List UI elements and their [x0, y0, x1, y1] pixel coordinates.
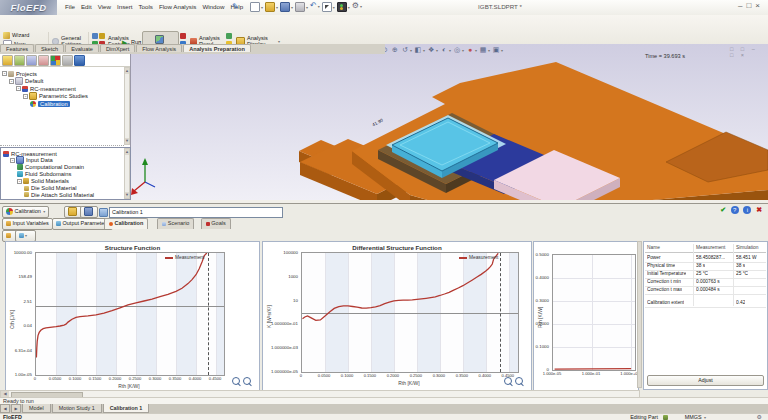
tree-item-label: Calibration: [38, 101, 70, 107]
zoom-area-icon[interactable]: ⊕: [391, 45, 399, 54]
analysis-tree-scrollbar[interactable]: ▲ ▼: [124, 148, 130, 199]
x-tick-label: 0.2000: [105, 376, 125, 381]
apply-scene-icon[interactable]: ▦▾: [479, 45, 490, 54]
tree-item-calibration[interactable]: Calibration: [2, 100, 70, 107]
tab-sketch[interactable]: Sketch: [35, 44, 64, 52]
scroll-up-icon[interactable]: ▲: [125, 149, 129, 155]
tab-features[interactable]: Features: [0, 44, 34, 52]
wizard-button[interactable]: Wizard: [3, 32, 29, 39]
restore-icon[interactable]: □: [746, 1, 755, 10]
options-icon[interactable]: ⚙▾: [352, 2, 362, 10]
input-variables-button[interactable]: Input Variables: [2, 218, 53, 230]
tree-item-die-attach-solid-material[interactable]: Die Attach Solid Material: [3, 191, 94, 198]
panel-tab-propertymanager[interactable]: [14, 55, 25, 66]
undo-icon[interactable]: ↶▾: [310, 2, 320, 10]
table-cell: Calibration extent: [647, 300, 684, 305]
zoom-out-icon[interactable]: [232, 377, 240, 385]
print-icon[interactable]: ▾: [295, 2, 308, 12]
adjust-button[interactable]: Adjust: [647, 375, 764, 386]
expand-toggle[interactable]: -: [2, 71, 7, 76]
status-bar: FloEFD Editing Part MMGS ▾ ⚙: [0, 413, 768, 420]
panel-tab-floefd[interactable]: [74, 55, 85, 66]
table-cell: Initial Temperature: [647, 271, 686, 276]
x-tick-label: 1.000e-05: [542, 371, 562, 376]
floefd-logo: FloEFD: [0, 0, 57, 15]
expand-toggle[interactable]: -: [9, 79, 14, 84]
tab-dimxpert[interactable]: DimXpert: [100, 44, 135, 52]
tree-item-projects[interactable]: -Projects: [2, 70, 37, 77]
chart-structure-function: Structure Function10000.00158.492.510.04…: [5, 241, 260, 391]
orientation-triad: [131, 158, 155, 195]
new-icon[interactable]: ▾: [250, 2, 263, 12]
expand-toggle[interactable]: -: [23, 94, 28, 99]
menu-window[interactable]: Window: [202, 3, 224, 10]
document-window-controls[interactable]: □ □ – □ ×: [730, 46, 768, 58]
accept-icon[interactable]: ✔: [720, 206, 726, 213]
section-view-icon[interactable]: ◧▾: [414, 45, 425, 54]
table-scrollbar[interactable]: [637, 241, 642, 388]
menu-insert[interactable]: Insert: [117, 3, 132, 10]
options-gear-icon[interactable]: ⚙: [757, 414, 762, 420]
doc-tab-calibration-1[interactable]: Calibration 1: [103, 404, 150, 413]
expand-toggle[interactable]: -: [17, 179, 22, 184]
save-scenario-button[interactable]: [80, 206, 98, 218]
edit-appearance-icon[interactable]: ●▾: [466, 45, 477, 54]
view-orientation-icon[interactable]: ❖▾: [427, 45, 438, 54]
table-cell: 38 s: [696, 263, 705, 268]
folder-icon: [29, 92, 37, 100]
doc-tab-motion-study-1[interactable]: Motion Study 1: [52, 404, 102, 413]
tree-item-default[interactable]: -Default: [2, 78, 43, 85]
x-axis-label: Rth [K/W]: [104, 383, 154, 389]
expand-toggle[interactable]: -: [16, 86, 21, 91]
tab-analysis-preparation[interactable]: Analysis Preparation: [183, 44, 251, 52]
cancel-icon[interactable]: ✖: [756, 206, 762, 213]
info-icon[interactable]: i: [743, 206, 751, 214]
graphics-viewport[interactable]: ⊙⊕↺▾◧▾❖▾◐▾◎▾●▾▦▾▣▾ Time = 39.693 s □ □ –…: [130, 44, 768, 200]
previous-view-icon[interactable]: ↺▾: [401, 45, 412, 54]
close-icon[interactable]: ×: [755, 1, 764, 10]
menu-view[interactable]: View: [98, 3, 111, 10]
rebuild-icon[interactable]: ▾: [337, 2, 350, 12]
help-icon[interactable]: ?: [731, 206, 739, 214]
project-tree-scrollbar[interactable]: ▲ ▼: [124, 67, 130, 145]
x-tick-label: 0.2500: [406, 373, 426, 378]
open-icon[interactable]: ▾: [265, 2, 278, 12]
tab-evaluate[interactable]: Evaluate: [65, 44, 99, 52]
expand-toggle[interactable]: -: [10, 158, 15, 163]
tab-calibration[interactable]: Calibration: [104, 218, 148, 229]
scroll-down-icon[interactable]: ▼: [125, 192, 129, 198]
3d-model[interactable]: [130, 44, 768, 200]
tree-item-parametric-studies[interactable]: -Parametric Studies: [2, 93, 88, 100]
calibration-menu-button[interactable]: Calibration ▾: [2, 206, 49, 218]
units-selector[interactable]: MMGS ▾: [685, 414, 706, 420]
tree-item-rc-measurement[interactable]: -RC-measurement: [2, 85, 76, 92]
zoom-in-icon[interactable]: [243, 377, 251, 385]
scroll-down-icon[interactable]: ▼: [125, 138, 129, 144]
scenario-name-input[interactable]: Calibration 1: [109, 207, 283, 218]
scroll-up-icon[interactable]: ▲: [125, 68, 129, 74]
display-style-icon[interactable]: ◐▾: [440, 45, 451, 54]
tab-scroll-right-icon[interactable]: ▶: [11, 404, 21, 413]
save-icon[interactable]: ▾: [280, 2, 293, 12]
hide-show-items-icon[interactable]: ◎▾: [453, 45, 464, 54]
tab-scenario[interactable]: Scenario: [157, 218, 194, 229]
view-settings-icon[interactable]: ▣▾: [492, 45, 503, 54]
window-controls[interactable]: –□×: [738, 1, 764, 10]
zoom-in-icon[interactable]: [515, 377, 523, 385]
zoom-out-icon[interactable]: [504, 377, 512, 385]
panel-tab-dimxpertmanager[interactable]: [38, 55, 49, 66]
menu-edit[interactable]: Edit: [81, 3, 92, 10]
panel-tab-configurationmanager[interactable]: [26, 55, 37, 66]
tab-scroll-left-icon[interactable]: ◀: [0, 404, 10, 413]
panel-tab-featuremanager[interactable]: [2, 55, 13, 66]
tab-flow-analysis[interactable]: Flow Analysis: [136, 44, 182, 52]
panel-tab-displaymanager[interactable]: [50, 55, 61, 66]
panel-tab-cam[interactable]: [62, 55, 73, 66]
menu-tools[interactable]: Tools: [138, 3, 152, 10]
doc-tab-model[interactable]: Model: [22, 404, 51, 413]
menu-flow-analysis[interactable]: Flow Analysis: [159, 3, 196, 10]
pencil-icon[interactable]: ✎: [232, 2, 239, 11]
menu-file[interactable]: File: [65, 3, 75, 10]
select-icon[interactable]: ▾: [322, 2, 335, 12]
tab-goals[interactable]: Goals: [201, 218, 231, 229]
